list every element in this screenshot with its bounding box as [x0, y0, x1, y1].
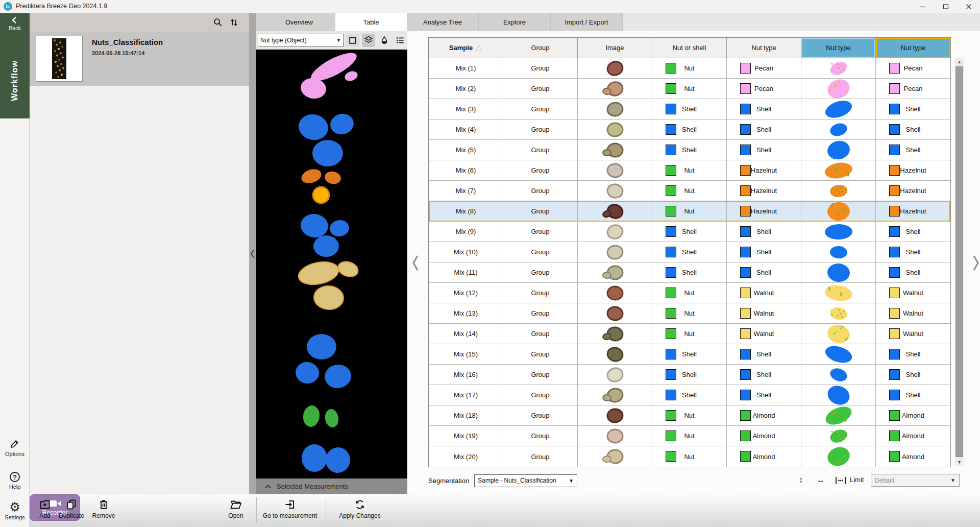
- table-row[interactable]: Mix (15)GroupShellShellShell: [429, 344, 950, 365]
- chevron-down-icon: ▼: [569, 478, 574, 484]
- search-icon[interactable]: [212, 17, 224, 28]
- limit-select[interactable]: Default ▼: [871, 474, 960, 487]
- class-label: Nut: [684, 166, 694, 174]
- image-cell: [578, 58, 652, 79]
- duplicate-button[interactable]: Duplicate: [56, 498, 87, 519]
- rectangle-icon: [348, 35, 358, 45]
- group-label: Group: [531, 391, 549, 399]
- table-row[interactable]: Mix (7)GroupNutHazelnutHazelnut: [429, 181, 950, 201]
- tab-explore[interactable]: Explore: [479, 13, 551, 31]
- tab-table[interactable]: Table: [335, 13, 407, 31]
- table-row[interactable]: Mix (5)GroupShellShellShell: [429, 140, 950, 160]
- class-label: Shell: [906, 146, 921, 154]
- column-header-6[interactable]: Nut type: [876, 38, 950, 58]
- back-button[interactable]: Back: [0, 16, 30, 38]
- class-color-swatch: [889, 145, 900, 155]
- scrollbar-thumb[interactable]: [955, 66, 963, 457]
- tab-overview[interactable]: Overview: [263, 13, 335, 31]
- image-cell: [578, 405, 652, 426]
- class-color-swatch: [740, 267, 751, 278]
- sort-icon[interactable]: [229, 17, 240, 28]
- close-button[interactable]: [957, 0, 980, 13]
- column-header-5[interactable]: Nut type: [801, 38, 876, 58]
- layers-tool[interactable]: [362, 34, 375, 47]
- table-row[interactable]: Mix (20)GroupNutAlmondAlmond: [429, 446, 950, 467]
- sort-ascending-icon: [475, 45, 482, 51]
- fit-width-icon[interactable]: [835, 476, 846, 485]
- table-row[interactable]: Mix (13)GroupNutWalnutWalnut: [429, 303, 950, 324]
- help-button[interactable]: ? Help: [0, 472, 30, 490]
- table-row[interactable]: Mix (9)GroupShellShellShell: [429, 222, 950, 242]
- table-scrollbar[interactable]: ▲ ▼: [955, 58, 964, 466]
- nut-mask: [803, 243, 874, 262]
- selected-measurements-bar[interactable]: Selected Measurements: [256, 478, 407, 494]
- sample-image-canvas[interactable]: [256, 50, 407, 478]
- class-color-swatch: [666, 63, 676, 74]
- list-view-tool[interactable]: [394, 34, 407, 47]
- table-row[interactable]: Mix (10)GroupShellShellShell: [429, 242, 950, 262]
- class-cell: Shell: [652, 242, 727, 262]
- options-button[interactable]: Options: [0, 438, 30, 457]
- maximize-button[interactable]: [934, 0, 957, 13]
- table-row[interactable]: Mix (3)GroupShellShellShell: [429, 99, 950, 119]
- column-header-0[interactable]: Sample: [429, 38, 503, 58]
- add-button[interactable]: Add: [34, 498, 56, 519]
- table-row[interactable]: Mix (12)GroupNutWalnutWalnut: [429, 283, 950, 303]
- class-color-swatch: [666, 104, 676, 114]
- table-row[interactable]: Mix (2)GroupNutPecanPecan: [429, 79, 950, 99]
- bottombar-seam: [326, 497, 326, 523]
- table-body: Mix (1)GroupNutPecanPecanMix (2)GroupNut…: [429, 58, 950, 467]
- droplet-icon: [379, 35, 389, 45]
- scroll-up-button[interactable]: ▲: [955, 58, 964, 66]
- column-header-3[interactable]: Nut or shell: [652, 38, 727, 58]
- table-row[interactable]: Mix (11)GroupShellShellShell: [429, 262, 950, 283]
- segmentation-select[interactable]: Sample - Nuts_Classification ▼: [474, 474, 577, 487]
- class-color-swatch: [666, 267, 676, 278]
- class-color-swatch: [666, 247, 676, 257]
- class-color-swatch: [666, 369, 676, 380]
- apply-changes-button[interactable]: Apply Changes: [332, 498, 388, 519]
- contrast-droplet-tool[interactable]: [378, 34, 391, 47]
- class-label: Walnut: [754, 330, 774, 338]
- resize-columns-icon[interactable]: ↔: [817, 475, 825, 485]
- column-header-2[interactable]: Image: [578, 38, 652, 58]
- table-row[interactable]: Mix (17)GroupShellShellShell: [429, 385, 950, 405]
- open-button[interactable]: Open: [225, 498, 247, 519]
- column-header-4[interactable]: Nut type: [727, 38, 801, 58]
- collapse-right-handle[interactable]: [972, 254, 979, 272]
- class-cell: Shell: [652, 222, 727, 242]
- table-row[interactable]: Mix (18)GroupNutAlmondAlmond: [429, 405, 950, 426]
- group-cell: Group: [503, 385, 578, 405]
- table-row[interactable]: Mix (4)GroupShellShellShell: [429, 119, 950, 140]
- nut-photo: [592, 345, 638, 364]
- class-color-swatch: [740, 185, 751, 196]
- table-row[interactable]: Mix (14)GroupNutWalnutWalnut: [429, 324, 950, 344]
- resize-rows-icon[interactable]: ↕: [799, 475, 803, 485]
- layer-select[interactable]: Nut type (Object) ▼: [258, 34, 344, 47]
- go-to-measurement-button[interactable]: Go to measurement: [258, 498, 322, 519]
- select-rectangle-tool[interactable]: [346, 34, 359, 47]
- table-row[interactable]: Mix (6)GroupNutHazelnutHazelnut: [429, 160, 950, 181]
- settings-button[interactable]: ⚙ Settings: [0, 501, 30, 520]
- sample-cell: Mix (18): [429, 405, 503, 426]
- scroll-down-button[interactable]: ▼: [955, 458, 964, 466]
- class-cell: Shell: [727, 344, 801, 365]
- remove-button[interactable]: Remove: [90, 498, 117, 519]
- table-row[interactable]: Mix (19)GroupNutAlmondAlmond: [429, 426, 950, 446]
- tab-analyse-tree[interactable]: Analyse Tree: [407, 13, 479, 31]
- class-label: Shell: [756, 391, 771, 399]
- class-label: Hazelnut: [751, 187, 777, 195]
- panel-divider[interactable]: [249, 13, 256, 494]
- tab-import-export[interactable]: Import / Export: [551, 13, 623, 31]
- minimize-button[interactable]: [911, 0, 934, 13]
- class-cell: Nut: [652, 283, 727, 303]
- class-label: Nut: [684, 453, 694, 461]
- table-row[interactable]: Mix (8)GroupNutHazelnutHazelnut: [429, 201, 950, 222]
- collapse-viewer-handle[interactable]: [411, 254, 420, 272]
- table-row[interactable]: Mix (1)GroupNutPecanPecan: [429, 58, 950, 79]
- class-color-swatch: [666, 206, 676, 217]
- class-color-swatch: [740, 308, 751, 319]
- table-row[interactable]: Mix (16)GroupShellShellShell: [429, 365, 950, 385]
- measurement-list-item[interactable]: Nuts_Classification 2024-05-28 15:47:14: [30, 32, 249, 86]
- column-header-1[interactable]: Group: [503, 38, 578, 58]
